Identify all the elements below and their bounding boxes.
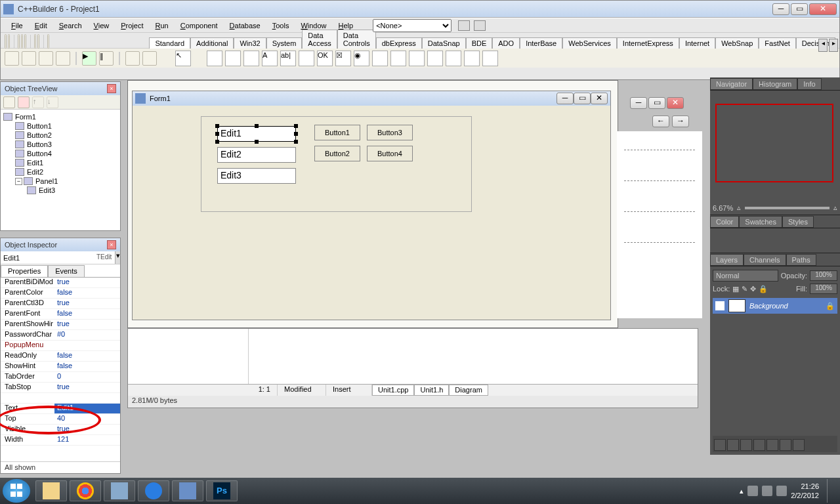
menu-window[interactable]: Window — [295, 20, 331, 31]
form-close-button[interactable]: ✕ — [591, 93, 608, 104]
tree-edit1[interactable]: Edit1 — [3, 158, 117, 167]
mainmenu-icon[interactable] — [225, 51, 241, 66]
ptab-standard[interactable]: Standard — [149, 37, 190, 49]
step-icon[interactable] — [142, 51, 157, 66]
prop-row-showhint[interactable]: ShowHintfalse — [1, 362, 120, 372]
tree-button3[interactable]: Button3 — [3, 140, 117, 149]
add-file-icon[interactable] — [34, 34, 36, 49]
task-explorer[interactable] — [35, 480, 67, 501]
tab-events[interactable]: Events — [48, 265, 85, 277]
ps-tab-styles[interactable]: Styles — [782, 216, 814, 228]
blend-mode-select[interactable]: Normal — [713, 270, 778, 282]
form-canvas[interactable]: Edit1 Edit2 Edit3 Button1 Button2 Button… — [133, 106, 610, 320]
panel1[interactable]: Edit1 Edit2 Edit3 Button1 Button2 Button… — [201, 116, 472, 212]
tree-delete-icon[interactable] — [18, 96, 30, 108]
prop-value[interactable]: false — [54, 288, 120, 298]
treeview-title[interactable]: Object TreeView × — [1, 82, 120, 95]
label-icon[interactable]: A — [262, 51, 278, 66]
menu-edit[interactable]: Edit — [30, 20, 52, 31]
ptab-fastnet[interactable]: FastNet — [759, 37, 796, 49]
ps-tab-color[interactable]: Color — [710, 216, 739, 228]
tray-flag-icon[interactable] — [747, 486, 758, 496]
button3-control[interactable]: Button3 — [367, 125, 413, 140]
tree-button4[interactable]: Button4 — [3, 149, 117, 158]
tab-unit-h[interactable]: Unit1.h — [414, 385, 449, 396]
ps-tab-histogram[interactable]: Histogram — [753, 78, 797, 90]
layer-thumb[interactable] — [728, 299, 746, 312]
panel-icon[interactable] — [464, 51, 480, 66]
form-min-button[interactable]: ─ — [556, 93, 574, 104]
menu-tools[interactable]: Tools — [267, 20, 295, 31]
menu-combo[interactable]: <None> — [373, 19, 452, 32]
ptab-webservices[interactable]: WebServices — [562, 37, 617, 49]
edit2-control[interactable]: Edit2 — [217, 147, 296, 163]
trace-icon[interactable] — [125, 51, 140, 66]
palette-scroll-left-icon[interactable]: ◂ — [818, 39, 828, 52]
radio-icon[interactable]: ◉ — [354, 51, 369, 66]
zoom-out-icon[interactable]: ▵ — [737, 203, 741, 212]
component-dropdown-icon[interactable]: ▾ — [115, 251, 120, 264]
form-max-button[interactable]: ▭ — [574, 93, 591, 104]
link-icon[interactable] — [714, 439, 726, 451]
ptab-internet[interactable]: Internet — [679, 37, 715, 49]
radiogroup-icon[interactable] — [446, 51, 461, 66]
ps-tab-navigator[interactable]: Navigator — [710, 78, 753, 90]
ptab-system[interactable]: System — [266, 37, 303, 49]
menu-project[interactable]: Project — [116, 20, 148, 31]
ptab-bde[interactable]: BDE — [466, 37, 493, 49]
prop-value[interactable]: false — [54, 351, 120, 361]
mask-icon[interactable] — [740, 439, 752, 451]
group-icon[interactable] — [766, 439, 778, 451]
edit-icon[interactable]: ab| — [280, 51, 296, 66]
menu-view[interactable]: View — [89, 20, 115, 31]
button1-control[interactable]: Button1 — [314, 125, 360, 140]
ps-navigator[interactable]: 6.67% ▵ ▵ — [710, 91, 840, 215]
inspector-title[interactable]: Object Inspector × — [1, 238, 120, 251]
tab-diagram[interactable]: Diagram — [449, 385, 488, 396]
menu-icon-2[interactable] — [474, 20, 486, 31]
ps-tab-info[interactable]: Info — [797, 78, 821, 90]
prop-row-parentcolor[interactable]: ParentColorfalse — [1, 288, 120, 299]
saveall-icon[interactable] — [21, 34, 23, 49]
prop-row-parentshowhir[interactable]: ParentShowHirtrue — [1, 320, 120, 330]
edit3-control[interactable]: Edit3 — [217, 168, 296, 184]
ps-tab-swatches[interactable]: Swatches — [739, 216, 782, 228]
design-form[interactable]: Form1 ─ ▭ ✕ Edit1 Edit2 Edit3 Button1 Bu… — [132, 91, 611, 320]
prop-row-tabstop[interactable]: TabStoptrue — [1, 383, 120, 393]
ps-doc-close[interactable]: ✕ — [667, 97, 684, 109]
menu-run[interactable]: Run — [150, 20, 174, 31]
prop-row-text[interactable]: TextEdit1 — [1, 404, 120, 414]
tree-edit3[interactable]: Edit3 — [3, 186, 117, 195]
start-button[interactable] — [3, 479, 30, 503]
ps-color-panel[interactable] — [710, 228, 840, 253]
task-cppbuilder[interactable] — [172, 480, 203, 501]
ps-tab-paths[interactable]: Paths — [786, 254, 816, 266]
tree-body[interactable]: Form1 Button1 Button2 Button3 Button4 Ed… — [1, 110, 120, 230]
prop-row-readonly[interactable]: ReadOnlyfalse — [1, 351, 120, 362]
frames-icon[interactable] — [207, 51, 222, 66]
lock-move-icon[interactable]: ✥ — [750, 285, 756, 293]
task-ie[interactable] — [138, 480, 169, 501]
task-chrome[interactable] — [70, 480, 101, 501]
inspector-selector[interactable]: TEdit ▾ — [1, 251, 120, 264]
tray-up-icon[interactable]: ▴ — [740, 487, 744, 495]
tree-ic-1[interactable] — [3, 96, 15, 108]
ptab-win32[interactable]: Win32 — [234, 37, 266, 49]
visibility-icon[interactable] — [715, 301, 724, 310]
task-photoshop[interactable]: Ps — [206, 480, 238, 501]
save-icon[interactable] — [18, 34, 20, 49]
lock-paint-icon[interactable]: ✎ — [742, 285, 747, 293]
titlebar[interactable]: C++Builder 6 - Project1 ─ ▭ ✕ — [1, 1, 839, 18]
tray-vol-icon[interactable] — [776, 486, 787, 496]
ptab-internetexpress[interactable]: InternetExpress — [617, 37, 679, 49]
ptab-additional[interactable]: Additional — [190, 37, 234, 49]
remove-file-icon[interactable] — [37, 34, 39, 49]
opacity-value[interactable]: 100% — [810, 270, 837, 281]
ptab-interbase[interactable]: InterBase — [520, 37, 562, 49]
prop-value[interactable] — [54, 393, 120, 403]
tray-net-icon[interactable] — [762, 486, 772, 496]
tree-form1[interactable]: Form1 — [3, 112, 117, 121]
help-icon[interactable] — [47, 34, 49, 49]
button-icon[interactable]: OK — [317, 51, 333, 66]
listbox-icon[interactable] — [372, 51, 388, 66]
